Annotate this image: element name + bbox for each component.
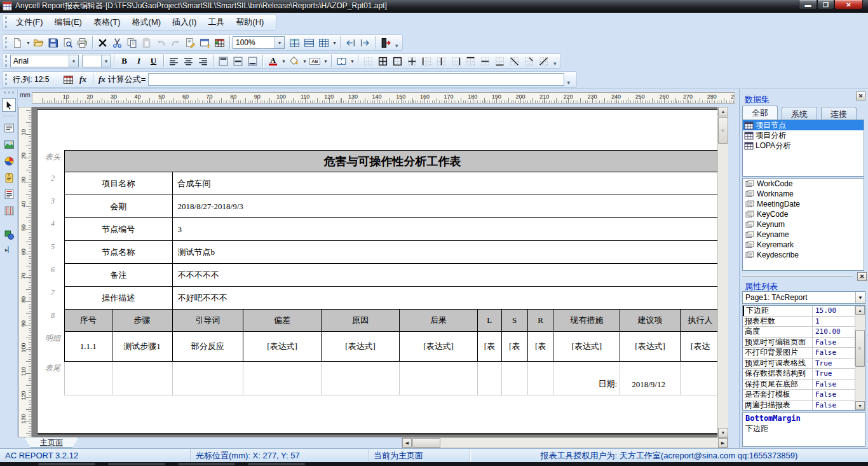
next-band-button[interactable] — [358, 36, 372, 50]
info-label-cell[interactable]: 节点名称 — [65, 241, 173, 264]
font-color-button[interactable]: A — [266, 54, 280, 69]
table-design-button[interactable] — [212, 36, 227, 50]
font-color-caret[interactable]: ▾ — [281, 58, 287, 64]
field-item-WorkCode[interactable]: WorkCode — [743, 179, 864, 189]
script-button[interactable] — [183, 36, 198, 50]
font-size-caret-icon[interactable]: ▾ — [101, 55, 111, 67]
pointer-tool-button[interactable] — [2, 98, 16, 112]
info-value-cell[interactable]: 测试节点b — [172, 241, 720, 264]
field-item-KeyCode[interactable]: KeyCode — [743, 209, 864, 219]
grid-footer-cell[interactable]: 日期: — [553, 362, 620, 395]
info-label-cell[interactable]: 项目名称 — [65, 172, 173, 195]
fill-color-button[interactable] — [287, 54, 301, 69]
underline-button[interactable]: U — [146, 54, 161, 69]
field-panel-close-icon[interactable]: ✕ — [857, 272, 867, 281]
toolbar-grip[interactable] — [5, 17, 7, 28]
grid-detail-cell[interactable]: 部分反应 — [172, 332, 243, 362]
grid-detail-cell[interactable]: [表达 — [681, 332, 721, 362]
field-item-Keyname[interactable]: Keyname — [743, 230, 864, 240]
bold-button[interactable]: B — [117, 54, 132, 69]
align-center-button[interactable] — [181, 54, 196, 69]
border-outer-button[interactable] — [390, 54, 405, 69]
property-row-预览时可编辑页面[interactable]: 预览时可编辑页面False — [743, 338, 865, 348]
field-item-Keydescribe[interactable]: Keydescribe — [743, 250, 864, 260]
vertical-scroll-thumb[interactable]: ≡ — [718, 117, 728, 144]
close-button[interactable]: ✕ — [834, 0, 863, 10]
merge-cells-caret[interactable]: ▾ — [349, 58, 355, 64]
border-hcenter-button[interactable] — [478, 54, 492, 69]
align-left-button[interactable] — [166, 54, 181, 69]
menu-item-edit[interactable]: 编辑(E) — [49, 15, 88, 30]
property-row-保存数据表结构到[interactable]: 保存数据表结构到True — [743, 369, 865, 380]
report-table[interactable]: 危害与可操作性分析工作表项目名称合成车间会期2018/8/27-2018/9/3… — [64, 150, 721, 395]
text-tool-button[interactable] — [2, 121, 16, 135]
font-caret-icon[interactable]: ▾ — [69, 55, 78, 67]
toolbar-overflow-icon[interactable]: ▾ — [395, 43, 398, 50]
grid-footer-cell[interactable] — [681, 362, 721, 395]
grid-footer-cell[interactable]: 2018/9/12 — [620, 362, 681, 395]
grid-detail-cell[interactable]: [表达式] — [243, 332, 322, 362]
border-diag-up-button[interactable] — [536, 54, 551, 69]
toolbar-grip[interactable] — [5, 74, 7, 85]
shapes-tool-button[interactable] — [2, 228, 16, 242]
info-value-cell[interactable]: 合成车间 — [172, 172, 720, 195]
grid-detail-cell[interactable]: [表达式] — [620, 332, 681, 362]
scroll-down-icon[interactable]: ▼ — [855, 401, 865, 410]
grid-footer-cell[interactable] — [501, 362, 527, 395]
grid-header-cell[interactable]: 序号 — [65, 310, 112, 332]
redo-button[interactable] — [168, 36, 183, 50]
scroll-left-icon[interactable]: ◀ — [402, 438, 412, 448]
print-button[interactable] — [75, 36, 90, 50]
menu-item-table[interactable]: 表格(T) — [88, 15, 126, 30]
property-row-不打印背景图片[interactable]: 不打印背景图片False — [743, 348, 865, 359]
toolbox-expand-icon[interactable]: ▸▏ — [5, 247, 12, 253]
new-dropdown-caret[interactable]: ▾ — [25, 40, 31, 46]
valign-middle-button[interactable] — [231, 54, 245, 69]
info-label-cell[interactable]: 节点编号 — [65, 218, 173, 241]
prev-band-button[interactable] — [343, 36, 358, 50]
delete-button[interactable] — [95, 36, 110, 50]
scroll-right-icon[interactable]: ▶ — [718, 438, 728, 448]
border-diag-small-button[interactable] — [522, 54, 536, 69]
italic-button[interactable]: I — [132, 54, 146, 69]
copy-button[interactable] — [125, 36, 139, 50]
property-row-是否套打模板[interactable]: 是否套打模板False — [743, 390, 865, 401]
panel-splitter[interactable]: ✕ — [741, 272, 867, 281]
exit-button[interactable] — [378, 36, 393, 50]
columns-tool-button[interactable] — [2, 203, 16, 217]
property-row-两遍扫描报表[interactable]: 两遍扫描报表False — [743, 401, 865, 411]
grid-header-cell[interactable]: 现有措施 — [553, 310, 620, 332]
grid-header-cell[interactable]: 步骤 — [112, 310, 172, 332]
grid-detail-cell[interactable]: [表 — [477, 332, 501, 362]
grid-footer-cell[interactable] — [321, 362, 400, 395]
grid-header-cell[interactable]: 建议项 — [620, 310, 681, 332]
scroll-down-icon[interactable]: ▼ — [718, 428, 728, 437]
field-item-Workname[interactable]: Workname — [743, 189, 864, 199]
table-title-cell[interactable]: 危害与可操作性分析工作表 — [65, 151, 721, 172]
new-button[interactable] — [10, 36, 25, 50]
grid-header-cell[interactable]: 引导词 — [172, 310, 243, 332]
cut-button[interactable] — [110, 36, 125, 50]
grid-header-cell[interactable]: R — [527, 310, 553, 332]
grid-header-cell[interactable]: 后果 — [400, 310, 478, 332]
menu-item-insert[interactable]: 插入(I) — [166, 15, 202, 30]
sheet-tab-main-page[interactable]: 主页面 — [24, 437, 79, 448]
horizontal-ruler[interactable]: 1020304050607080901001101201301401501601… — [32, 92, 735, 104]
splitter-ridge[interactable] — [742, 275, 853, 277]
property-scroll-thumb[interactable]: ≡ — [855, 330, 865, 367]
barcode-tag-tool-button[interactable] — [2, 170, 16, 184]
info-value-cell[interactable]: 3 — [172, 218, 720, 241]
tab-系统[interactable]: 系统 — [782, 107, 817, 120]
border-inner-button[interactable] — [405, 54, 419, 69]
property-grid[interactable]: 下边距15.00报表栏数1高度210.00预览时可编辑页面False不打印背景图… — [742, 305, 865, 411]
property-row-报表栏数[interactable]: 报表栏数1 — [743, 317, 865, 327]
menu-item-tools[interactable]: 工具 — [202, 15, 230, 30]
border-bottom-button[interactable] — [492, 54, 507, 69]
property-row-预览时可调表格线[interactable]: 预览时可调表格线True — [743, 359, 865, 369]
menu-item-file[interactable]: 文件(F) — [10, 15, 49, 30]
border-left-button[interactable] — [419, 54, 434, 69]
open-button[interactable] — [31, 36, 46, 50]
minimize-button[interactable]: ▬ — [799, 0, 817, 10]
cell-table-button[interactable] — [61, 72, 76, 87]
horizontal-scroll-thumb[interactable] — [412, 438, 440, 448]
